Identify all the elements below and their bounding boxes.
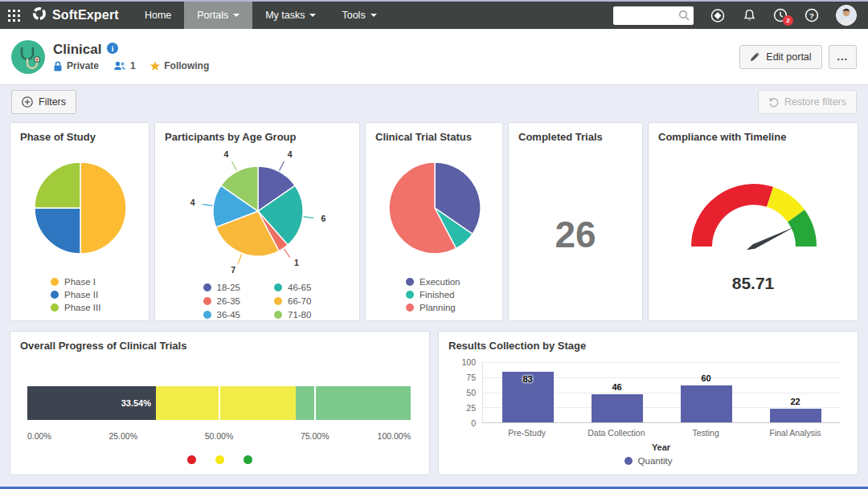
- legend-item[interactable]: 36-45: [203, 308, 240, 321]
- callout-value: 1: [294, 258, 299, 267]
- restore-filters-button[interactable]: Restore filters: [758, 90, 857, 114]
- menu-item-tools[interactable]: Tools: [329, 2, 389, 29]
- app-window: SoftExpert HomePortalsMy tasksTools 2: [0, 0, 868, 489]
- legend-label: Phase II: [64, 290, 98, 300]
- portal-title: Clinical: [53, 42, 101, 58]
- x-category-label: Pre-Study: [482, 428, 571, 438]
- legend-item[interactable]: Phase I: [51, 277, 100, 287]
- legend-item[interactable]: Execution: [406, 277, 461, 287]
- y-tick-label: 75: [445, 373, 476, 382]
- legend-dot: [406, 278, 414, 286]
- filters-button[interactable]: Filters: [11, 90, 76, 114]
- legend-dot: [203, 297, 211, 305]
- menu-item-my-tasks[interactable]: My tasks: [252, 2, 329, 29]
- pie-slice[interactable]: [35, 208, 80, 254]
- x-axis-labels: Pre-StudyData CollectionTestingFinal Ana…: [482, 428, 840, 438]
- menu-item-portals[interactable]: Portals: [184, 2, 252, 29]
- card-title: Results Collection by Stage: [439, 332, 858, 352]
- pie-slice[interactable]: [35, 162, 80, 208]
- legend-dot: [203, 283, 211, 291]
- legend-item[interactable]: 71-80: [274, 308, 311, 321]
- pending-tasks-clock-icon[interactable]: 2: [773, 8, 788, 22]
- legend-item[interactable]: Phase III: [51, 303, 100, 312]
- members-chip[interactable]: 1: [113, 60, 136, 71]
- pie-slice[interactable]: [80, 162, 126, 254]
- star-icon: ★: [150, 60, 161, 71]
- card-title: Overall Progress of Clinical Trials: [10, 332, 429, 352]
- status-pie-chart[interactable]: [366, 145, 503, 271]
- legend-dot: [406, 304, 414, 312]
- help-icon[interactable]: ?: [805, 8, 819, 22]
- search-icon[interactable]: [678, 10, 690, 24]
- y-tick-label: 0: [445, 418, 476, 428]
- notifications-bell-icon[interactable]: [742, 8, 756, 22]
- bar-column: 46: [572, 362, 661, 422]
- callout-value: 6: [321, 214, 326, 223]
- bar-column: 60: [661, 362, 751, 422]
- legend-item[interactable]: 46-65: [274, 280, 311, 294]
- info-icon[interactable]: i: [107, 43, 118, 57]
- pencil-icon: [750, 51, 760, 62]
- x-category-label: Final Analysis: [751, 428, 840, 438]
- legend-label: 26-35: [217, 296, 240, 306]
- bar-column: 22: [751, 362, 840, 422]
- callout-line: [279, 161, 284, 171]
- legend-dot: [203, 311, 211, 319]
- legend-dot[interactable]: [215, 455, 224, 464]
- brand-logo[interactable]: SoftExpert: [27, 6, 132, 24]
- bar-value-label: 60: [701, 373, 710, 383]
- card-compliance-with-timeline: Compliance with Timeline 85.71: [648, 122, 858, 321]
- legend-item[interactable]: 66-70: [274, 294, 311, 308]
- lock-icon: [53, 61, 63, 71]
- compliance-gauge-chart[interactable]: [649, 141, 858, 275]
- bar-value-label: 22: [790, 397, 800, 406]
- portal-header: Clinical i Private 1 ★: [0, 29, 868, 85]
- restore-icon: [768, 97, 779, 108]
- legend-dot: [624, 457, 633, 465]
- menu-item-home[interactable]: Home: [132, 2, 184, 29]
- bar[interactable]: [681, 385, 732, 422]
- progress-band: [156, 386, 296, 420]
- legend-item[interactable]: 26-35: [203, 294, 240, 308]
- edit-portal-button[interactable]: Edit portal: [739, 45, 821, 69]
- callout-value: 4: [288, 149, 293, 159]
- legend-item[interactable]: Planning: [406, 303, 461, 312]
- legend-label: Planning: [420, 303, 456, 312]
- age-pie-chart[interactable]: 461744: [155, 142, 360, 283]
- legend-dot[interactable]: [187, 455, 196, 464]
- callout-value: 4: [190, 198, 195, 207]
- x-category-label: Data Collection: [571, 428, 661, 438]
- axis-tick-label: 0.00%: [27, 431, 51, 441]
- chart-legend: 18-2526-3536-4546-6566-7071-80: [155, 280, 359, 321]
- progress-legend-dots: [10, 455, 429, 464]
- legend-dot: [51, 291, 59, 299]
- card-title: Clinical Trial Status: [366, 123, 502, 143]
- axis-tick-label: 25.00%: [108, 431, 137, 441]
- legend-item[interactable]: 18-25: [203, 280, 240, 294]
- softexpert-logo-icon: [32, 6, 47, 24]
- app-grid-icon[interactable]: [0, 2, 27, 29]
- quick-access-icon[interactable]: [710, 8, 725, 22]
- bar[interactable]: [592, 394, 643, 422]
- legend-item[interactable]: Quantity: [624, 456, 673, 466]
- gauge-value: 85.71: [649, 274, 858, 293]
- legend-item[interactable]: Finished: [406, 290, 461, 300]
- bar-plot-area[interactable]: 83466022: [482, 362, 840, 423]
- user-avatar[interactable]: [836, 5, 857, 26]
- legend-item[interactable]: Phase II: [51, 290, 100, 300]
- y-axis-ticks: 0255075100: [445, 362, 476, 423]
- bar[interactable]: [770, 409, 821, 422]
- legend-dot: [51, 304, 59, 312]
- more-options-button[interactable]: ...: [829, 45, 857, 69]
- following-chip[interactable]: ★ Following: [150, 60, 210, 71]
- progress-bullet-bar[interactable]: 33.54%: [27, 386, 411, 420]
- legend-dot[interactable]: [244, 455, 252, 464]
- phase-pie-chart[interactable]: [10, 145, 149, 271]
- privacy-chip: Private: [53, 60, 99, 71]
- global-search: [613, 6, 694, 25]
- legend-dot: [274, 297, 282, 305]
- svg-text:i: i: [112, 45, 114, 53]
- chevron-down-icon: [309, 14, 316, 17]
- progress-axis-labels: 0.00%25.00%50.00%75.00%100.00%: [27, 431, 411, 442]
- portal-icon: [11, 40, 45, 74]
